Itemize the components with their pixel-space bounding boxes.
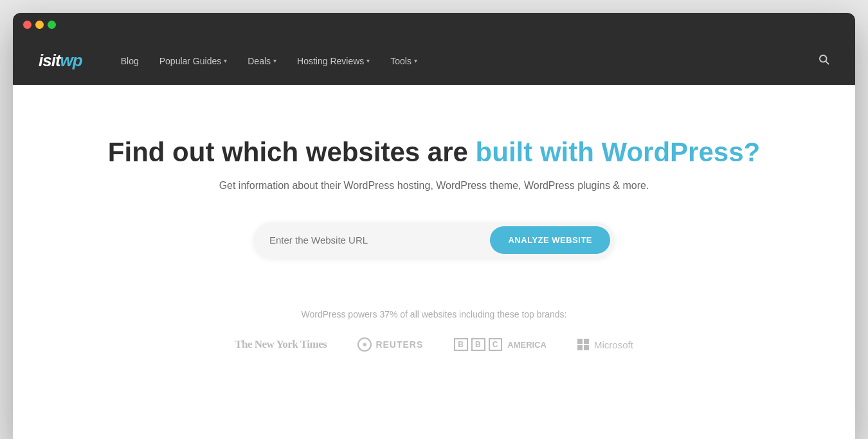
analyze-button[interactable]: ANALYZE WEBSITE xyxy=(490,226,610,254)
bbc-box-c: C xyxy=(489,338,503,351)
reuters-circle-icon: ◉ xyxy=(357,337,372,352)
browser-chrome xyxy=(13,13,855,37)
nav-hosting-reviews[interactable]: Hosting Reviews ▾ xyxy=(289,51,377,71)
chevron-down-icon: ▾ xyxy=(224,57,227,64)
brands-intro-text: WordPress powers 37% of all websites inc… xyxy=(302,309,567,319)
hero-title-prefix: Find out which websites are xyxy=(108,137,476,167)
chevron-down-icon: ▾ xyxy=(273,57,276,64)
nav-deals[interactable]: Deals ▾ xyxy=(240,51,284,71)
traffic-lights xyxy=(23,21,56,37)
search-icon[interactable] xyxy=(818,53,829,68)
minimize-button[interactable] xyxy=(35,21,44,29)
nav-links: Blog Popular Guides ▾ Deals ▾ Hosting Re… xyxy=(113,51,797,71)
hero-subtitle: Get information about their WordPress ho… xyxy=(219,180,649,192)
brand-bbc: B B C AMERICA xyxy=(454,338,547,351)
nav-tools[interactable]: Tools ▾ xyxy=(383,51,425,71)
close-button[interactable] xyxy=(23,21,32,29)
maximize-button[interactable] xyxy=(48,21,56,29)
site-logo[interactable]: isitwp xyxy=(39,51,82,71)
main-content: Find out which websites are built with W… xyxy=(13,85,855,439)
nav-blog[interactable]: Blog xyxy=(113,51,147,71)
search-form: ANALYZE WEBSITE xyxy=(254,222,614,258)
bbc-box-b1: B xyxy=(454,338,468,351)
hero-title: Find out which websites are built with W… xyxy=(108,136,760,168)
chevron-down-icon: ▾ xyxy=(366,57,370,64)
chevron-down-icon: ▾ xyxy=(414,57,417,64)
logo-prefix: isit xyxy=(39,51,60,70)
navbar: isitwp Blog Popular Guides ▾ Deals ▾ Hos… xyxy=(13,37,855,85)
brand-reuters: ◉ REUTERS xyxy=(357,337,423,352)
microsoft-grid-icon xyxy=(577,339,589,350)
hero-title-highlight: built with WordPress? xyxy=(476,137,761,167)
bbc-america-text: AMERICA xyxy=(507,340,547,350)
brands-logos: The New York Times ◉ REUTERS B B C AMERI… xyxy=(235,337,633,352)
url-input[interactable] xyxy=(269,229,490,251)
logo-suffix: wp xyxy=(60,51,82,70)
brand-microsoft: Microsoft xyxy=(577,339,633,350)
brands-section: WordPress powers 37% of all websites inc… xyxy=(235,309,633,352)
brand-nyt: The New York Times xyxy=(235,338,327,351)
bbc-box-b2: B xyxy=(471,338,485,351)
browser-window: isitwp Blog Popular Guides ▾ Deals ▾ Hos… xyxy=(13,13,855,439)
nav-popular-guides[interactable]: Popular Guides ▾ xyxy=(152,51,235,71)
svg-line-1 xyxy=(826,61,828,64)
